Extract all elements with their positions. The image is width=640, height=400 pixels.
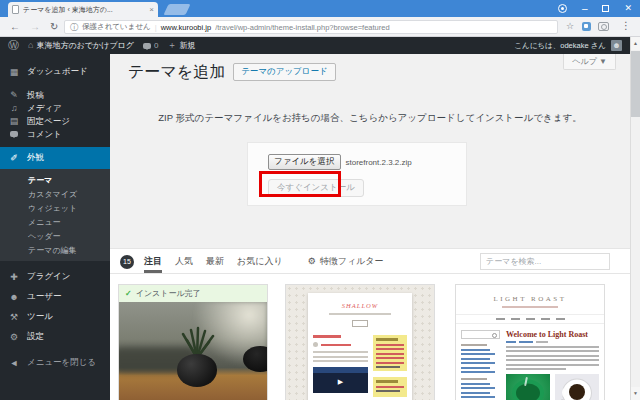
filter-featured[interactable]: 注目 xyxy=(144,249,162,273)
sidebar-item-label: ツール xyxy=(27,311,53,323)
text-line xyxy=(376,357,404,359)
text-line xyxy=(541,318,550,320)
new-tab-button[interactable] xyxy=(163,4,190,15)
widget-heading-line xyxy=(461,344,487,346)
browser-menu-icon[interactable]: ⋮ xyxy=(621,20,631,31)
greeting-text[interactable]: こんにちは、odekake さん xyxy=(514,41,606,51)
sidebar-item-settings[interactable]: ⚙ 設定 xyxy=(0,327,110,347)
submenu-item-customize[interactable]: カスタマイズ xyxy=(0,187,110,201)
sidebar-item-label: 固定ページ xyxy=(27,116,70,128)
sidebar-item-plugins[interactable]: ✚ プラグイン xyxy=(0,267,110,287)
sidebar-item-posts[interactable]: ✎ 投稿 xyxy=(0,89,110,102)
back-icon[interactable]: ← xyxy=(10,21,20,33)
steam-wisp xyxy=(524,377,528,386)
text-line xyxy=(556,318,565,320)
page-header: テーマを追加 テーマのアップロード xyxy=(128,62,336,82)
filter-favorites[interactable]: お気に入り xyxy=(237,249,283,273)
sidebar-item-media[interactable]: ♫ メディア xyxy=(0,102,110,115)
choose-file-button[interactable]: ファイルを選択 xyxy=(268,154,341,170)
post-heading-line xyxy=(313,335,341,338)
sidebar-item-pages[interactable]: ▤ 固定ページ xyxy=(0,115,110,128)
appearance-submenu: テーマ カスタマイズ ウィジェット メニュー ヘッダー テーマの編集 xyxy=(0,169,110,261)
window-close-button[interactable]: ✕ xyxy=(624,4,632,13)
scrollbar-thumb[interactable] xyxy=(631,51,640,117)
submenu-item-menus[interactable]: メニュー xyxy=(0,215,110,229)
sidebar-item-label: コメント xyxy=(27,129,62,141)
bookmark-star-icon[interactable]: ☆ xyxy=(566,21,574,31)
sidebar-item-tools[interactable]: ⚒ ツール xyxy=(0,307,110,327)
theme-browser: ✓ インストール完了 TWENTY SEVENTEEN xyxy=(110,274,630,400)
post-title: Welcome to Light Roast xyxy=(506,330,599,339)
text-line xyxy=(461,367,490,369)
site-name-link[interactable]: ⌂ 東海地方のおでかけブログ xyxy=(28,40,134,51)
extension-icon[interactable] xyxy=(582,22,591,31)
widget-heading-line xyxy=(461,378,487,380)
browser-profile-icon[interactable] xyxy=(558,4,567,13)
tab-close-icon[interactable]: × xyxy=(149,6,154,14)
sidebar-item-label: メディア xyxy=(27,103,62,115)
sidebar-item-collapse-menu[interactable]: ◄ メニューを閉じる xyxy=(0,353,110,373)
submenu-item-header[interactable]: ヘッダー xyxy=(0,229,110,243)
sidebar-item-users[interactable]: ☻ ユーザー xyxy=(0,287,110,307)
avatar xyxy=(313,342,318,347)
text-line xyxy=(502,306,558,308)
reload-icon[interactable]: ↻ xyxy=(50,21,58,33)
text-line xyxy=(461,396,495,398)
wordpress-logo-icon[interactable]: Ⓦ xyxy=(8,40,19,51)
submenu-item-widgets[interactable]: ウィジェット xyxy=(0,201,110,215)
sidebar-item-label: メニューを閉じる xyxy=(27,357,96,369)
installed-label: インストール完了 xyxy=(136,288,201,299)
submenu-item-themes[interactable]: テーマ xyxy=(0,173,110,187)
comments-link[interactable]: 0 xyxy=(143,41,158,50)
text-line xyxy=(376,362,404,364)
forward-icon[interactable]: → xyxy=(30,21,40,33)
url-bar[interactable]: ⓘ 保護されていません | www.kuroobi.jp /travel/wp-… xyxy=(64,20,558,34)
theme-card-twenty-seventeen[interactable]: ✓ インストール完了 TWENTY SEVENTEEN xyxy=(118,284,268,400)
text-line xyxy=(506,355,599,357)
filter-links: 注目 人気 最新 お気に入り ⚙ 特徴フィルター xyxy=(144,249,384,273)
theme-filter-bar: 15 注目 人気 最新 お気に入り ⚙ 特徴フィルター xyxy=(110,248,630,274)
theme-card-light-roast[interactable]: LIGHT ROAST Welcome to Light Roast xyxy=(455,284,605,400)
text-line xyxy=(461,358,490,360)
text-line xyxy=(511,318,520,320)
feature-filter-button[interactable]: ⚙ 特徴フィルター xyxy=(308,249,384,273)
submenu-item-editor[interactable]: テーマの編集 xyxy=(0,243,110,257)
text-line xyxy=(506,346,599,348)
search-box-placeholder xyxy=(461,330,500,339)
filter-latest[interactable]: 最新 xyxy=(206,249,224,273)
theme-screenshot-light-roast: LIGHT ROAST Welcome to Light Roast xyxy=(456,285,604,400)
sidebar-item-dashboard[interactable]: ▦ ダッシュボード xyxy=(0,62,110,82)
pages-icon: ▤ xyxy=(8,117,20,126)
sidebar-item-label: ダッシュボード xyxy=(27,66,88,78)
text-line xyxy=(376,353,404,355)
posts-icon: ✎ xyxy=(8,91,20,100)
window-maximize-button[interactable] xyxy=(602,5,609,12)
sidebar-item-appearance[interactable]: ✐ 外観 xyxy=(0,147,110,169)
avatar[interactable]: ☻ xyxy=(611,40,622,51)
green-coffee-photo xyxy=(506,374,550,400)
scroll-down-icon[interactable]: ▼ xyxy=(631,387,640,400)
help-button[interactable]: ヘルプ ▼ xyxy=(563,54,616,70)
sidebar-item-comments[interactable]: コメント xyxy=(0,128,110,141)
scroll-up-icon[interactable]: ▲ xyxy=(631,37,640,50)
browser-tab[interactable]: テーマを追加 ‹ 東海地方の... × xyxy=(8,2,158,17)
info-icon[interactable]: ⓘ xyxy=(70,22,78,33)
theme-search-input[interactable] xyxy=(480,253,610,270)
filter-popular[interactable]: 人気 xyxy=(175,249,193,273)
text-line xyxy=(496,318,505,320)
camera-extension-icon[interactable] xyxy=(598,22,609,31)
upload-theme-button[interactable]: テーマのアップロード xyxy=(233,63,336,81)
upload-description: ZIP 形式のテーマファイルをお持ちの場合、こちらからアップロードしてインストー… xyxy=(110,112,630,125)
text-line xyxy=(526,318,535,320)
window-minimize-button[interactable]: – xyxy=(582,4,588,14)
text-line xyxy=(506,350,599,352)
plugins-icon: ✚ xyxy=(8,273,20,282)
scrollbar[interactable]: ▲ ▼ xyxy=(630,37,640,400)
text-line xyxy=(461,383,490,385)
appearance-icon: ✐ xyxy=(8,154,20,163)
coffee-cup-photo xyxy=(555,374,599,400)
theme-count-badge: 15 xyxy=(120,255,134,269)
browser-toolbar: ← → ↻ ⓘ 保護されていません | www.kuroobi.jp /trav… xyxy=(0,17,640,37)
new-content-link[interactable]: ＋ 新規 xyxy=(167,40,195,51)
theme-card-shallow[interactable]: SHALLOW xyxy=(285,284,435,400)
